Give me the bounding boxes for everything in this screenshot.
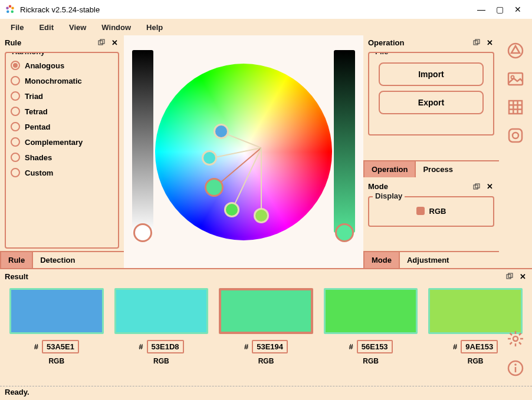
- mode-panel-title: Mode: [368, 182, 388, 191]
- shape-tool-icon[interactable]: [505, 40, 526, 61]
- menu-view[interactable]: View: [63, 21, 92, 34]
- swatch-item[interactable]: #53A5E1RGB: [9, 288, 104, 365]
- hash-label: #: [453, 342, 457, 351]
- svg-line-32: [510, 342, 513, 345]
- rule-tabbar: Rule Detection: [0, 251, 124, 268]
- svg-point-25: [513, 336, 518, 341]
- svg-rect-16: [509, 101, 522, 114]
- close-panel-icon[interactable]: ✕: [485, 182, 494, 191]
- harmony-option-pentad[interactable]: Pentad: [9, 119, 114, 134]
- file-legend: File: [373, 52, 390, 56]
- minimize-icon[interactable]: —: [477, 5, 485, 14]
- close-icon[interactable]: ✕: [514, 5, 521, 14]
- harmony-option-triad[interactable]: Triad: [9, 88, 114, 104]
- swatch-item[interactable]: #53E1D8RGB: [114, 288, 209, 365]
- harmony-option-label: Pentad: [25, 123, 50, 131]
- close-panel-icon[interactable]: ✕: [110, 38, 119, 47]
- menu-help[interactable]: Help: [140, 21, 169, 34]
- undock-icon[interactable]: [97, 38, 106, 47]
- wheel-line: [261, 148, 262, 216]
- harmony-option-tetrad[interactable]: Tetrad: [9, 104, 114, 119]
- color-swatch[interactable]: [428, 288, 523, 334]
- menu-window[interactable]: Window: [96, 21, 137, 34]
- harmony-option-complementary[interactable]: Complementary: [9, 134, 114, 150]
- rgb-label: RGB: [429, 207, 446, 216]
- svg-point-1: [9, 5, 12, 8]
- hash-label: #: [34, 342, 38, 351]
- saturation-slider[interactable]: [334, 50, 355, 233]
- color-mode-label: RGB: [114, 357, 209, 365]
- svg-point-22: [513, 133, 518, 138]
- tab-rule[interactable]: Rule: [0, 252, 33, 268]
- import-button[interactable]: Import: [379, 62, 484, 86]
- wheel-handle[interactable]: [202, 150, 217, 166]
- undock-icon[interactable]: [472, 38, 481, 47]
- radio-icon: [11, 76, 20, 85]
- hex-value[interactable]: 53E194: [252, 340, 288, 353]
- menu-file[interactable]: File: [5, 21, 29, 34]
- maximize-icon[interactable]: ▢: [496, 5, 504, 14]
- right-panels: Operation ✕ File Import Export Operation…: [363, 35, 499, 268]
- color-wheel[interactable]: [155, 64, 332, 240]
- harmony-option-monochromatic[interactable]: Monochromatic: [9, 73, 114, 88]
- harmony-option-analogous[interactable]: Analogous: [9, 58, 114, 73]
- operation-panel-title: Operation: [368, 38, 404, 47]
- hash-label: #: [244, 342, 248, 351]
- tab-adjustment[interactable]: Adjustment: [400, 252, 457, 268]
- color-mode-label: RGB: [9, 357, 104, 365]
- close-panel-icon[interactable]: ✕: [518, 272, 527, 281]
- svg-point-2: [11, 7, 14, 10]
- svg-point-35: [514, 363, 517, 366]
- color-swatch[interactable]: [324, 288, 418, 334]
- tab-mode[interactable]: Mode: [363, 252, 400, 268]
- swatch-item[interactable]: #53E194RGB: [219, 288, 313, 365]
- tab-operation[interactable]: Operation: [363, 161, 416, 177]
- grid-tool-icon[interactable]: [505, 97, 526, 118]
- wheel-handle[interactable]: [205, 178, 224, 197]
- settings-icon[interactable]: [505, 328, 526, 349]
- file-group: File Import Export: [368, 52, 494, 135]
- harmony-option-custom[interactable]: Custom: [9, 165, 114, 180]
- rule-panel-title: Rule: [5, 38, 21, 47]
- color-swatch[interactable]: [114, 288, 209, 334]
- color-swatch[interactable]: [9, 288, 104, 334]
- info-icon[interactable]: [505, 358, 526, 379]
- rgb-checkbox-row[interactable]: RGB: [373, 202, 490, 220]
- svg-line-30: [510, 333, 513, 336]
- board-tool-icon[interactable]: [505, 125, 526, 146]
- menu-edit[interactable]: Edit: [33, 21, 60, 34]
- tab-detection[interactable]: Detection: [33, 252, 82, 268]
- display-legend: Display: [373, 191, 405, 200]
- wheel-handle[interactable]: [254, 208, 269, 223]
- harmony-option-label: Complementary: [25, 138, 83, 147]
- harmony-legend: Harmony: [9, 52, 47, 56]
- color-swatch[interactable]: [219, 288, 313, 334]
- export-button[interactable]: Export: [379, 91, 484, 114]
- hex-value[interactable]: 53A5E1: [42, 340, 79, 353]
- radio-icon: [11, 61, 20, 70]
- operation-tabbar: Operation Process: [363, 160, 499, 177]
- hash-label: #: [139, 342, 143, 351]
- image-tool-icon[interactable]: [505, 68, 526, 90]
- radio-icon: [11, 107, 20, 116]
- undock-icon[interactable]: [505, 272, 514, 281]
- undock-icon[interactable]: [472, 182, 481, 191]
- wheel-handle[interactable]: [224, 202, 239, 217]
- harmony-option-shades[interactable]: Shades: [9, 150, 114, 165]
- wheel-handle[interactable]: [214, 124, 229, 139]
- saturation-handle[interactable]: [335, 223, 354, 242]
- close-panel-icon[interactable]: ✕: [485, 38, 494, 47]
- hex-value[interactable]: 53E1D8: [147, 340, 184, 353]
- app-logo-icon: [5, 4, 15, 15]
- statusbar: Ready.: [0, 386, 532, 399]
- radio-icon: [11, 122, 20, 131]
- svg-point-3: [11, 11, 14, 14]
- swatch-item[interactable]: #56E153RGB: [324, 288, 418, 365]
- color-mode-label: RGB: [324, 357, 418, 365]
- menubar: File Edit View Window Help: [0, 19, 532, 35]
- tab-process[interactable]: Process: [416, 161, 460, 177]
- display-group: Display RGB: [368, 196, 494, 227]
- right-toolbar: [499, 35, 532, 268]
- hex-value[interactable]: 9AE153: [461, 340, 498, 353]
- hex-value[interactable]: 56E153: [357, 340, 393, 353]
